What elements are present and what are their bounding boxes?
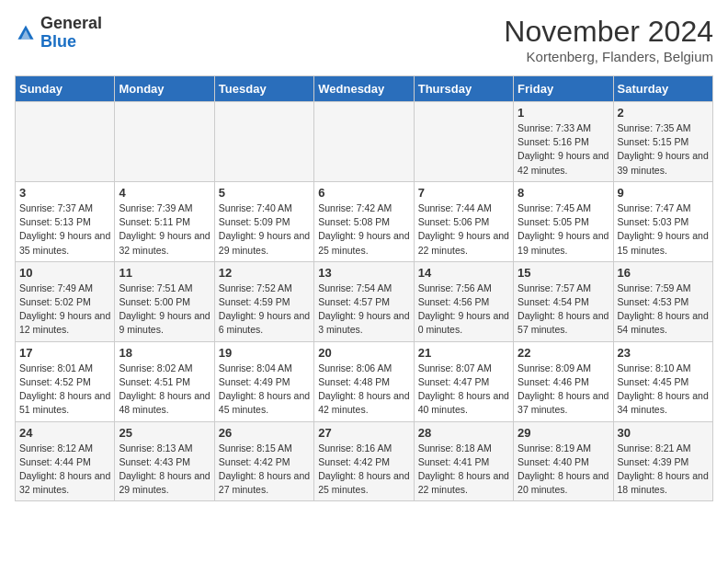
day-info: Sunrise: 7:37 AMSunset: 5:13 PMDaylight:… <box>19 201 110 258</box>
calendar-cell <box>115 102 214 182</box>
calendar-header-row: SundayMondayTuesdayWednesdayThursdayFrid… <box>16 76 713 102</box>
calendar-table: SundayMondayTuesdayWednesdayThursdayFrid… <box>15 75 713 501</box>
calendar-cell <box>214 102 313 182</box>
day-info: Sunrise: 8:21 AMSunset: 4:39 PMDaylight:… <box>618 442 709 498</box>
day-info: Sunrise: 7:39 AMSunset: 5:11 PMDaylight:… <box>119 201 210 258</box>
day-number: 17 <box>19 346 110 360</box>
calendar-cell: 27Sunrise: 8:16 AMSunset: 4:42 PMDayligh… <box>314 421 414 501</box>
day-info: Sunrise: 7:57 AMSunset: 4:54 PMDaylight:… <box>518 282 609 338</box>
calendar-week-5: 24Sunrise: 8:12 AMSunset: 4:44 PMDayligh… <box>16 421 713 501</box>
day-number: 11 <box>119 266 210 280</box>
day-number: 8 <box>518 186 609 200</box>
day-info: Sunrise: 7:51 AMSunset: 5:00 PMDaylight:… <box>119 282 210 338</box>
day-number: 10 <box>19 266 110 280</box>
day-info: Sunrise: 8:06 AMSunset: 4:48 PMDaylight:… <box>318 362 409 418</box>
calendar-cell: 19Sunrise: 8:04 AMSunset: 4:49 PMDayligh… <box>214 341 313 421</box>
calendar-cell: 5Sunrise: 7:40 AMSunset: 5:09 PMDaylight… <box>214 181 313 261</box>
calendar-cell: 8Sunrise: 7:45 AMSunset: 5:05 PMDaylight… <box>514 181 613 261</box>
location: Kortenberg, Flanders, Belgium <box>504 49 713 64</box>
day-info: Sunrise: 7:49 AMSunset: 5:02 PMDaylight:… <box>19 282 110 338</box>
calendar-cell <box>16 102 115 182</box>
calendar-cell: 18Sunrise: 8:02 AMSunset: 4:51 PMDayligh… <box>115 341 214 421</box>
calendar-cell: 16Sunrise: 7:59 AMSunset: 4:53 PMDayligh… <box>613 261 712 341</box>
day-number: 21 <box>418 346 509 360</box>
day-info: Sunrise: 7:47 AMSunset: 5:03 PMDaylight:… <box>618 201 709 258</box>
calendar-cell <box>314 102 414 182</box>
day-info: Sunrise: 8:02 AMSunset: 4:51 PMDaylight:… <box>119 362 210 418</box>
day-number: 30 <box>618 426 709 440</box>
calendar-week-3: 10Sunrise: 7:49 AMSunset: 5:02 PMDayligh… <box>16 261 713 341</box>
day-number: 20 <box>318 346 409 360</box>
day-number: 2 <box>618 106 709 120</box>
day-number: 29 <box>518 426 609 440</box>
day-info: Sunrise: 8:12 AMSunset: 4:44 PMDaylight:… <box>19 442 110 498</box>
calendar-cell: 26Sunrise: 8:15 AMSunset: 4:42 PMDayligh… <box>214 421 313 501</box>
day-header-monday: Monday <box>115 76 214 102</box>
calendar-cell: 9Sunrise: 7:47 AMSunset: 5:03 PMDaylight… <box>613 181 712 261</box>
day-number: 19 <box>219 346 310 360</box>
day-header-saturday: Saturday <box>613 76 712 102</box>
day-header-thursday: Thursday <box>414 76 513 102</box>
day-number: 4 <box>119 186 210 200</box>
day-number: 15 <box>518 266 609 280</box>
calendar-cell: 23Sunrise: 8:10 AMSunset: 4:45 PMDayligh… <box>613 341 712 421</box>
day-number: 25 <box>119 426 210 440</box>
calendar-cell: 12Sunrise: 7:52 AMSunset: 4:59 PMDayligh… <box>214 261 313 341</box>
calendar-cell: 29Sunrise: 8:19 AMSunset: 4:40 PMDayligh… <box>514 421 613 501</box>
day-number: 26 <box>219 426 310 440</box>
day-info: Sunrise: 7:56 AMSunset: 4:56 PMDaylight:… <box>418 282 509 338</box>
day-number: 9 <box>618 186 709 200</box>
logo-icon <box>15 22 37 44</box>
day-number: 16 <box>618 266 709 280</box>
day-info: Sunrise: 8:10 AMSunset: 4:45 PMDaylight:… <box>618 362 709 418</box>
day-info: Sunrise: 7:45 AMSunset: 5:05 PMDaylight:… <box>518 201 609 258</box>
day-info: Sunrise: 7:54 AMSunset: 4:57 PMDaylight:… <box>318 282 409 338</box>
page-header: General Blue November 2024 Kortenberg, F… <box>15 15 713 64</box>
calendar-cell: 25Sunrise: 8:13 AMSunset: 4:43 PMDayligh… <box>115 421 214 501</box>
calendar-cell: 1Sunrise: 7:33 AMSunset: 5:16 PMDaylight… <box>514 102 613 182</box>
calendar-cell: 20Sunrise: 8:06 AMSunset: 4:48 PMDayligh… <box>314 341 414 421</box>
day-info: Sunrise: 8:15 AMSunset: 4:42 PMDaylight:… <box>219 442 310 498</box>
day-number: 6 <box>318 186 409 200</box>
calendar-cell: 7Sunrise: 7:44 AMSunset: 5:06 PMDaylight… <box>414 181 513 261</box>
day-info: Sunrise: 8:09 AMSunset: 4:46 PMDaylight:… <box>518 362 609 418</box>
calendar-week-4: 17Sunrise: 8:01 AMSunset: 4:52 PMDayligh… <box>16 341 713 421</box>
calendar-cell: 6Sunrise: 7:42 AMSunset: 5:08 PMDaylight… <box>314 181 414 261</box>
day-info: Sunrise: 7:35 AMSunset: 5:15 PMDaylight:… <box>618 121 709 178</box>
day-header-tuesday: Tuesday <box>214 76 313 102</box>
day-number: 3 <box>19 186 110 200</box>
day-number: 28 <box>418 426 509 440</box>
day-number: 23 <box>618 346 709 360</box>
day-number: 12 <box>219 266 310 280</box>
day-info: Sunrise: 7:44 AMSunset: 5:06 PMDaylight:… <box>418 201 509 258</box>
day-number: 27 <box>318 426 409 440</box>
calendar-cell: 21Sunrise: 8:07 AMSunset: 4:47 PMDayligh… <box>414 341 513 421</box>
calendar-cell: 17Sunrise: 8:01 AMSunset: 4:52 PMDayligh… <box>16 341 115 421</box>
day-info: Sunrise: 8:07 AMSunset: 4:47 PMDaylight:… <box>418 362 509 418</box>
day-number: 13 <box>318 266 409 280</box>
calendar-cell: 13Sunrise: 7:54 AMSunset: 4:57 PMDayligh… <box>314 261 414 341</box>
logo-blue: Blue <box>40 32 76 51</box>
day-header-sunday: Sunday <box>16 76 115 102</box>
day-info: Sunrise: 7:42 AMSunset: 5:08 PMDaylight:… <box>318 201 409 258</box>
calendar-cell: 22Sunrise: 8:09 AMSunset: 4:46 PMDayligh… <box>514 341 613 421</box>
logo: General Blue <box>15 15 102 52</box>
day-info: Sunrise: 7:59 AMSunset: 4:53 PMDaylight:… <box>618 282 709 338</box>
calendar-week-1: 1Sunrise: 7:33 AMSunset: 5:16 PMDaylight… <box>16 102 713 182</box>
calendar-cell: 10Sunrise: 7:49 AMSunset: 5:02 PMDayligh… <box>16 261 115 341</box>
day-info: Sunrise: 7:52 AMSunset: 4:59 PMDaylight:… <box>219 282 310 338</box>
month-title: November 2024 <box>504 15 713 49</box>
calendar-cell: 30Sunrise: 8:21 AMSunset: 4:39 PMDayligh… <box>613 421 712 501</box>
logo-text: General Blue <box>40 15 102 52</box>
calendar-cell: 3Sunrise: 7:37 AMSunset: 5:13 PMDaylight… <box>16 181 115 261</box>
day-info: Sunrise: 8:19 AMSunset: 4:40 PMDaylight:… <box>518 442 609 498</box>
day-info: Sunrise: 7:40 AMSunset: 5:09 PMDaylight:… <box>219 201 310 258</box>
calendar-cell: 4Sunrise: 7:39 AMSunset: 5:11 PMDaylight… <box>115 181 214 261</box>
calendar-cell: 28Sunrise: 8:18 AMSunset: 4:41 PMDayligh… <box>414 421 513 501</box>
calendar-cell: 24Sunrise: 8:12 AMSunset: 4:44 PMDayligh… <box>16 421 115 501</box>
day-number: 7 <box>418 186 509 200</box>
calendar-cell: 11Sunrise: 7:51 AMSunset: 5:00 PMDayligh… <box>115 261 214 341</box>
calendar-cell: 2Sunrise: 7:35 AMSunset: 5:15 PMDaylight… <box>613 102 712 182</box>
day-number: 5 <box>219 186 310 200</box>
day-number: 24 <box>19 426 110 440</box>
